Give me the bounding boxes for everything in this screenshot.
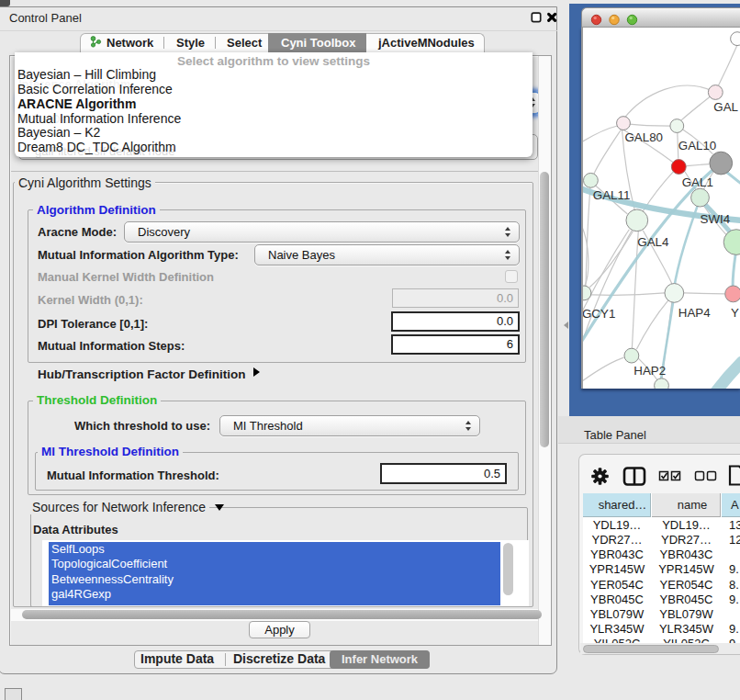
svg-text:GAL1: GAL1 — [682, 175, 713, 189]
svg-text:GCY1: GCY1 — [582, 307, 615, 321]
svg-text:GAL10: GAL10 — [678, 139, 716, 152]
svg-text:SWI4: SWI4 — [701, 212, 731, 226]
svg-text:GAL: GAL — [713, 100, 738, 114]
svg-text:Y: Y — [731, 306, 739, 320]
svg-text:HAP2: HAP2 — [633, 364, 666, 378]
svg-text:GAL4: GAL4 — [637, 235, 669, 249]
svg-text:GAL80: GAL80 — [624, 130, 663, 144]
svg-text:GAL11: GAL11 — [593, 188, 631, 202]
svg-text:HAP4: HAP4 — [678, 306, 711, 320]
